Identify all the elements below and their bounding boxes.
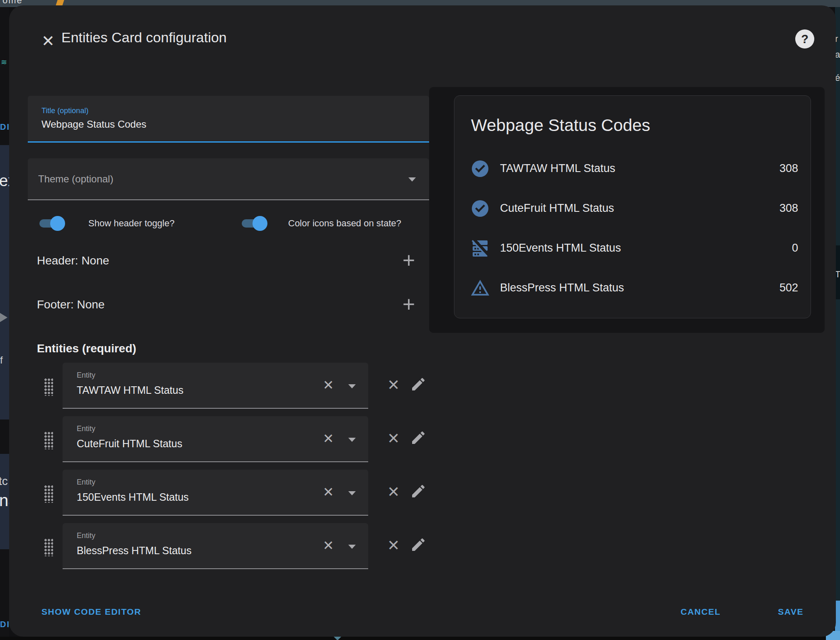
- title-input[interactable]: Title (optional) Webpage Status Codes: [28, 96, 429, 143]
- entity-row: Entity TAWTAW HTML Status ✕ ✕: [28, 363, 429, 409]
- background-shape-fragment: [0, 313, 7, 322]
- toggles-row: Show header toggle? Color icons based on…: [28, 213, 429, 234]
- chevron-down-icon[interactable]: [348, 545, 356, 549]
- delete-entity-icon[interactable]: ✕: [384, 376, 403, 394]
- help-icon[interactable]: ?: [795, 29, 814, 48]
- show-code-editor-button[interactable]: SHOW CODE EDITOR: [41, 607, 141, 617]
- preview-entity-row[interactable]: CuteFruit HTML Status 308: [454, 197, 811, 222]
- theme-select-label: Theme (optional): [38, 173, 113, 185]
- theme-select[interactable]: Theme (optional): [28, 158, 429, 200]
- toggle-thumb: [252, 216, 267, 231]
- alert-outline-icon: [470, 278, 490, 298]
- entities-card-preview: Webpage Status Codes TAWTAW HTML Status …: [454, 95, 811, 318]
- delete-entity-icon[interactable]: ✕: [384, 483, 403, 501]
- field-underline: [63, 408, 368, 409]
- card-preview-panel: Webpage Status Codes TAWTAW HTML Status …: [429, 87, 825, 333]
- entity-row: Entity 150Events HTML Status ✕ ✕: [28, 470, 429, 516]
- clear-icon[interactable]: ✕: [321, 537, 336, 554]
- drag-handle-icon[interactable]: [44, 431, 53, 449]
- title-input-value: Webpage Status Codes: [41, 119, 146, 130]
- background-text-fragment: DI: [0, 122, 9, 132]
- color-icons-toggle-label: Color icons based on state?: [288, 218, 401, 229]
- header-row-label: Header: None: [37, 254, 109, 267]
- preview-entity-row[interactable]: BlessPress HTML Status 502: [454, 276, 811, 301]
- close-icon[interactable]: ✕: [39, 32, 57, 50]
- drag-handle-icon[interactable]: [44, 378, 53, 396]
- entity-row: Entity BlessPress HTML Status ✕ ✕: [28, 523, 429, 569]
- drag-handle-icon[interactable]: [44, 538, 53, 556]
- entity-input[interactable]: Entity BlessPress HTML Status ✕: [63, 523, 368, 569]
- chevron-down-icon[interactable]: [348, 491, 356, 495]
- entity-input-value: TAWTAW HTML Status: [77, 384, 183, 396]
- chevron-down-icon: [408, 177, 416, 182]
- clear-icon[interactable]: ✕: [321, 430, 336, 447]
- config-form: Title (optional) Webpage Status Codes Th…: [28, 96, 429, 569]
- background-text-fragment: ome: [2, 0, 23, 6]
- entity-input[interactable]: Entity 150Events HTML Status ✕: [63, 470, 368, 516]
- preview-entity-state: 0: [792, 242, 798, 255]
- entity-input-label: Entity: [77, 371, 95, 380]
- dialog-header: ✕ Entities Card configuration ?: [9, 5, 836, 59]
- background-text-fragment: na: [0, 491, 9, 510]
- cancel-button[interactable]: CANCEL: [681, 607, 721, 617]
- title-input-label: Title (optional): [41, 107, 88, 115]
- preview-entity-state: 308: [779, 162, 798, 175]
- screen: ome ≋ DI ex f tc na DI r a é T ✕ Entitie…: [0, 0, 840, 640]
- check-circle-icon: [470, 199, 490, 218]
- preview-entity-state: 308: [779, 202, 798, 215]
- add-header-icon[interactable]: +: [399, 249, 419, 272]
- add-footer-icon[interactable]: +: [399, 293, 419, 316]
- clear-icon[interactable]: ✕: [321, 377, 336, 393]
- entities-heading: Entities (required): [37, 342, 429, 355]
- dialog-title: Entities Card configuration: [61, 29, 227, 46]
- preview-entity-name: TAWTAW HTML Status: [500, 162, 615, 175]
- preview-entity-name: CuteFruit HTML Status: [500, 202, 614, 215]
- clear-icon[interactable]: ✕: [321, 484, 336, 500]
- entity-row: Entity CuteFruit HTML Status ✕ ✕: [28, 416, 429, 462]
- preview-entity-row[interactable]: 150Events HTML Status 0: [454, 237, 811, 262]
- preview-entity-row[interactable]: TAWTAW HTML Status 308: [454, 157, 811, 182]
- entity-input[interactable]: Entity CuteFruit HTML Status ✕: [63, 416, 368, 462]
- entity-input-value: BlessPress HTML Status: [77, 545, 192, 557]
- dialog-actions: SHOW CODE EDITOR CANCEL SAVE: [9, 599, 836, 624]
- field-underline: [63, 568, 368, 569]
- background-text-fragment: tc: [0, 475, 8, 488]
- background-text-fragment: ex: [0, 172, 9, 190]
- header-row: Header: None +: [28, 249, 429, 274]
- focus-underline: [28, 141, 429, 143]
- edit-entity-icon[interactable]: [410, 376, 428, 394]
- save-button[interactable]: SAVE: [778, 607, 804, 617]
- entity-input-label: Entity: [77, 478, 95, 487]
- background-left-strip: ≋ DI ex f tc na DI: [0, 7, 9, 640]
- preview-entity-name: 150Events HTML Status: [500, 242, 621, 255]
- toggle-thumb: [50, 216, 65, 231]
- entity-input-label: Entity: [77, 424, 95, 433]
- entity-input[interactable]: Entity TAWTAW HTML Status ✕: [63, 363, 368, 409]
- server-off-icon: [470, 238, 490, 258]
- background-text-fragment: ≋: [1, 58, 7, 67]
- edit-entity-icon[interactable]: [410, 429, 428, 448]
- preview-card-title: Webpage Status Codes: [471, 116, 650, 135]
- edit-entity-icon[interactable]: [410, 483, 428, 501]
- preview-entity-name: BlessPress HTML Status: [500, 281, 624, 294]
- entity-input-label: Entity: [77, 531, 95, 540]
- field-underline: [28, 199, 429, 200]
- delete-entity-icon[interactable]: ✕: [384, 536, 403, 555]
- drag-handle-icon[interactable]: [44, 485, 53, 503]
- field-underline: [63, 515, 368, 516]
- edit-entity-icon[interactable]: [410, 536, 428, 555]
- entity-input-value: 150Events HTML Status: [77, 491, 189, 503]
- show-header-toggle-label: Show header toggle?: [88, 218, 175, 229]
- background-text-fragment: f: [0, 354, 3, 366]
- show-header-toggle[interactable]: [38, 216, 63, 231]
- background-text-fragment: DI: [0, 620, 9, 629]
- entities-card-config-dialog: ✕ Entities Card configuration ? Title (o…: [9, 5, 836, 637]
- chevron-down-icon[interactable]: [348, 384, 356, 388]
- background-shape-fragment: [334, 637, 341, 640]
- color-icons-toggle[interactable]: [240, 216, 266, 231]
- field-underline: [63, 461, 368, 462]
- footer-row: Footer: None +: [28, 293, 429, 318]
- delete-entity-icon[interactable]: ✕: [384, 429, 403, 448]
- chevron-down-icon[interactable]: [348, 438, 356, 442]
- preview-entity-state: 502: [779, 281, 798, 294]
